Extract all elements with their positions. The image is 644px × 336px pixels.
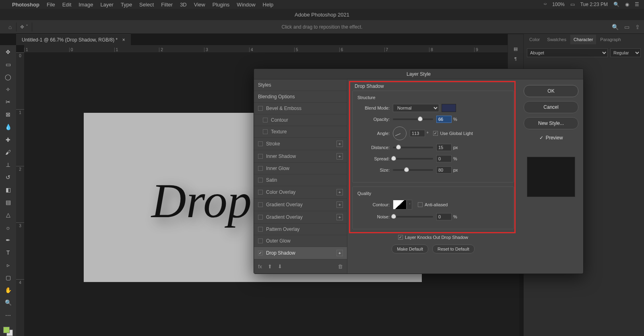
style-item-outer-glow[interactable]: Outer Glow: [254, 235, 347, 247]
anti-aliased-checkbox[interactable]: [418, 202, 423, 207]
tab-color[interactable]: Color: [526, 35, 543, 44]
menu-help[interactable]: Help: [263, 2, 274, 8]
frame-tool[interactable]: ⊠: [2, 110, 14, 119]
workspace-icon[interactable]: ▭: [624, 24, 630, 30]
blend-mode-select[interactable]: Normal: [393, 104, 439, 112]
control-center-icon[interactable]: ☰: [635, 2, 639, 7]
distance-input[interactable]: [436, 144, 452, 151]
style-checkbox[interactable]: [258, 202, 263, 207]
styles-header[interactable]: Styles: [254, 79, 347, 91]
reset-default-button[interactable]: Reset to Default: [432, 245, 475, 253]
angle-input[interactable]: [410, 130, 425, 137]
angle-dial[interactable]: [393, 127, 407, 140]
add-effect-icon[interactable]: +: [336, 201, 343, 208]
move-tool-indicator[interactable]: ✥ ˅: [16, 23, 32, 31]
fx-icon[interactable]: fx: [258, 263, 262, 270]
spread-slider[interactable]: [393, 158, 433, 160]
eyedropper-tool[interactable]: 💧: [2, 123, 14, 131]
search-icon[interactable]: 🔍: [612, 24, 619, 30]
size-slider[interactable]: [393, 169, 433, 171]
clock[interactable]: Tue 2:23 PM: [580, 2, 608, 7]
shadow-color-swatch[interactable]: [442, 104, 456, 112]
style-checkbox[interactable]: [263, 118, 268, 122]
siri-icon[interactable]: ◉: [625, 2, 629, 7]
crop-tool[interactable]: ✂: [2, 98, 14, 106]
eraser-tool[interactable]: ◧: [2, 186, 14, 194]
style-checkbox[interactable]: [258, 141, 263, 146]
size-input[interactable]: [436, 166, 452, 174]
tab-character[interactable]: Character: [570, 35, 596, 44]
move-tool[interactable]: ✥: [2, 48, 14, 56]
trash-icon[interactable]: 🗑: [338, 263, 343, 270]
heal-tool[interactable]: ✚: [2, 135, 14, 144]
text-tool[interactable]: T: [2, 248, 14, 257]
make-default-button[interactable]: Make Default: [392, 245, 428, 253]
noise-slider[interactable]: [393, 216, 433, 218]
panel-icon[interactable]: ¶: [514, 56, 517, 61]
style-checkbox[interactable]: [258, 215, 263, 220]
menu-app-name[interactable]: Photoshop: [12, 2, 39, 8]
history-brush-tool[interactable]: ↺: [2, 173, 14, 181]
share-icon[interactable]: ⇪: [635, 24, 640, 30]
style-checkbox[interactable]: [258, 190, 263, 195]
contour-dropdown-icon[interactable]: ˅: [407, 200, 412, 209]
noise-input[interactable]: [436, 213, 452, 220]
style-item-texture[interactable]: Texture: [254, 126, 347, 138]
edit-toolbar[interactable]: ⋯: [2, 311, 14, 319]
style-checkbox[interactable]: ✓: [258, 251, 263, 255]
color-swatches[interactable]: [3, 327, 13, 336]
style-item-inner-glow[interactable]: Inner Glow: [254, 163, 347, 174]
lasso-tool[interactable]: ◯: [2, 73, 14, 81]
style-item-drop-shadow[interactable]: ✓Drop Shadow+: [254, 247, 347, 259]
style-checkbox[interactable]: [258, 106, 263, 111]
add-effect-icon[interactable]: +: [336, 214, 343, 220]
stamp-tool[interactable]: ⊥: [2, 160, 14, 169]
blur-tool[interactable]: △: [2, 211, 14, 219]
menu-edit[interactable]: Edit: [62, 2, 71, 8]
opacity-slider[interactable]: [393, 118, 433, 120]
opacity-input[interactable]: [436, 116, 452, 123]
tab-swatches[interactable]: Swatches: [544, 35, 570, 44]
style-item-stroke[interactable]: Stroke+: [254, 138, 347, 150]
add-effect-icon[interactable]: +: [336, 153, 343, 160]
style-item-gradient-overlay[interactable]: Gradient Overlay+: [254, 199, 347, 211]
menu-3d[interactable]: 3D: [180, 2, 187, 8]
style-checkbox[interactable]: [258, 239, 263, 243]
document-tab[interactable]: Untitled-1 @ 66.7% (Drop Shadow, RGB/8) …: [16, 34, 131, 45]
style-checkbox[interactable]: [263, 129, 268, 134]
tab-close-icon[interactable]: ×: [122, 37, 125, 43]
style-checkbox[interactable]: [258, 166, 263, 171]
menu-image[interactable]: Image: [78, 2, 93, 8]
menu-window[interactable]: Window: [237, 2, 255, 8]
shape-tool[interactable]: ▢: [2, 274, 14, 282]
spread-input[interactable]: [436, 155, 452, 162]
fg-color-swatch[interactable]: [3, 327, 10, 333]
style-item-satin[interactable]: Satin: [254, 174, 347, 186]
style-item-bevel-emboss[interactable]: Bevel & Emboss: [254, 103, 347, 114]
gradient-tool[interactable]: ▤: [2, 198, 14, 207]
ok-button[interactable]: OK: [524, 85, 578, 97]
style-checkbox[interactable]: [258, 154, 263, 159]
panel-icon[interactable]: ▤: [514, 46, 518, 52]
menu-select[interactable]: Select: [139, 2, 154, 8]
distance-slider[interactable]: [393, 147, 433, 148]
font-style-select[interactable]: Regular: [610, 48, 641, 57]
style-checkbox[interactable]: [258, 178, 263, 183]
menu-plugins[interactable]: Plugins: [213, 2, 230, 8]
style-item-pattern-overlay[interactable]: Pattern Overlay: [254, 224, 347, 235]
menu-file[interactable]: File: [47, 2, 55, 8]
zoom-tool[interactable]: 🔍: [2, 299, 14, 307]
home-icon[interactable]: ⌂: [4, 24, 16, 30]
blending-options-item[interactable]: Blending Options: [254, 91, 347, 103]
menu-view[interactable]: View: [194, 2, 205, 8]
cancel-button[interactable]: Cancel: [524, 101, 578, 113]
up-icon[interactable]: ⬆: [268, 263, 272, 270]
hand-tool[interactable]: ✋: [2, 286, 14, 295]
brush-tool[interactable]: 🖌: [2, 148, 14, 156]
marquee-tool[interactable]: ▭: [2, 60, 14, 68]
style-item-inner-shadow[interactable]: Inner Shadow+: [254, 150, 347, 163]
spotlight-icon[interactable]: 🔍: [613, 2, 619, 7]
style-item-gradient-overlay[interactable]: Gradient Overlay+: [254, 211, 347, 224]
path-tool[interactable]: ▹: [2, 261, 14, 269]
menu-type[interactable]: Type: [121, 2, 132, 8]
